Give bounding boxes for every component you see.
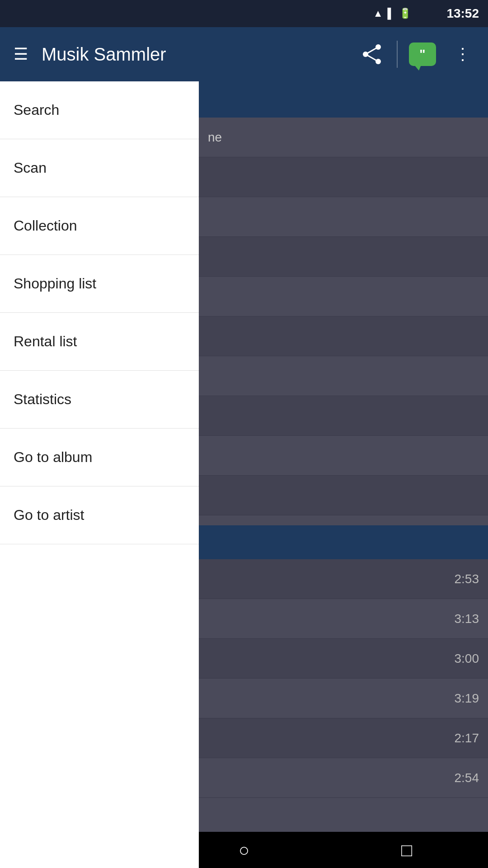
time-row-3[interactable]: 3:00 bbox=[199, 639, 488, 679]
track-time-5: 2:17 bbox=[455, 731, 479, 745]
track-time-1: 2:53 bbox=[455, 572, 479, 586]
time-row-1[interactable]: 2:53 bbox=[199, 559, 488, 599]
track-time-2: 3:13 bbox=[455, 612, 479, 626]
sidebar-item-scan[interactable]: Scan bbox=[0, 139, 199, 197]
svg-line-4 bbox=[366, 54, 378, 61]
player-bar-right bbox=[199, 525, 488, 559]
status-time: 13:52 bbox=[446, 6, 479, 21]
track-row[interactable] bbox=[199, 157, 488, 197]
sidebar-empty-space bbox=[0, 544, 199, 868]
sidebar-item-go-to-album[interactable]: Go to album bbox=[0, 429, 199, 486]
sidebar-item-rental-list[interactable]: Rental list bbox=[0, 313, 199, 371]
track-row[interactable] bbox=[199, 396, 488, 436]
sidebar-item-collection-label: Collection bbox=[14, 217, 77, 234]
main-content: ne 2:53 3:13 3:00 3:19 bbox=[0, 81, 488, 868]
sidebar-item-statistics-label: Statistics bbox=[14, 391, 71, 408]
time-row-6[interactable]: 2:54 bbox=[199, 758, 488, 798]
sidebar-item-go-to-artist-label: Go to artist bbox=[14, 507, 84, 524]
top-app-bar: ☰ Musik Sammler " ⋮ bbox=[0, 27, 488, 81]
battery-icon: 🔋 bbox=[399, 8, 411, 19]
track-row[interactable] bbox=[199, 476, 488, 515]
share-button[interactable] bbox=[352, 38, 392, 70]
track-time-3: 3:00 bbox=[455, 651, 479, 666]
time-row-5[interactable]: 2:17 bbox=[199, 718, 488, 758]
track-row[interactable] bbox=[199, 237, 488, 277]
top-actions: " ⋮ bbox=[352, 38, 479, 70]
nav-home-button[interactable]: ○ bbox=[217, 832, 271, 868]
sidebar-item-collection[interactable]: Collection bbox=[0, 197, 199, 255]
more-dots-icon: ⋮ bbox=[455, 45, 472, 64]
recents-icon: □ bbox=[401, 840, 412, 860]
divider bbox=[397, 41, 398, 68]
hamburger-menu-button[interactable]: ☰ bbox=[9, 40, 33, 68]
track-rows-right: ne bbox=[199, 118, 488, 595]
sidebar-item-search-label: Search bbox=[14, 102, 59, 118]
partial-track-name: ne bbox=[208, 130, 222, 145]
home-icon: ○ bbox=[239, 840, 249, 860]
sidebar-item-shopping-list[interactable]: Shopping list bbox=[0, 255, 199, 313]
time-row-2[interactable]: 3:13 bbox=[199, 599, 488, 639]
track-time-6: 2:54 bbox=[455, 771, 479, 785]
status-bar: ▲ ▌ 🔋 13:52 bbox=[0, 0, 488, 27]
track-time-4: 3:19 bbox=[455, 691, 479, 706]
wifi-icon: ▲ bbox=[373, 8, 383, 19]
sidebar-item-go-to-artist[interactable]: Go to artist bbox=[0, 486, 199, 544]
share-icon bbox=[361, 43, 383, 65]
svg-line-3 bbox=[366, 47, 378, 54]
sidebar-item-scan-label: Scan bbox=[14, 160, 47, 176]
time-row-4[interactable]: 3:19 bbox=[199, 679, 488, 718]
chat-bubble-icon: " bbox=[409, 42, 436, 66]
sidebar-item-shopping-list-label: Shopping list bbox=[14, 275, 96, 292]
nav-recents-button[interactable]: □ bbox=[380, 832, 434, 868]
right-header-bar bbox=[199, 81, 488, 118]
signal-icon: ▌ bbox=[387, 8, 394, 19]
sidebar-item-statistics[interactable]: Statistics bbox=[0, 371, 199, 429]
track-row[interactable] bbox=[199, 436, 488, 476]
hamburger-icon: ☰ bbox=[14, 45, 28, 63]
bottom-tracks-panel: 2:53 3:13 3:00 3:19 2:17 2:54 bbox=[199, 525, 488, 798]
more-options-button[interactable]: ⋮ bbox=[447, 38, 479, 70]
sidebar-drawer: Search Scan Collection Shopping list Ren… bbox=[0, 81, 199, 868]
track-row[interactable] bbox=[199, 356, 488, 396]
partial-track-row: ne bbox=[199, 118, 488, 157]
track-row[interactable] bbox=[199, 316, 488, 356]
track-row[interactable] bbox=[199, 277, 488, 316]
sidebar-item-rental-list-label: Rental list bbox=[14, 333, 77, 350]
sidebar-item-search[interactable]: Search bbox=[0, 81, 199, 139]
status-icons: ▲ ▌ 🔋 bbox=[373, 8, 411, 19]
track-row[interactable] bbox=[199, 197, 488, 237]
sidebar-item-go-to-album-label: Go to album bbox=[14, 449, 92, 466]
app-title: Musik Sammler bbox=[42, 44, 343, 65]
chat-quote-icon: " bbox=[419, 47, 425, 61]
chat-button[interactable]: " bbox=[402, 38, 443, 70]
